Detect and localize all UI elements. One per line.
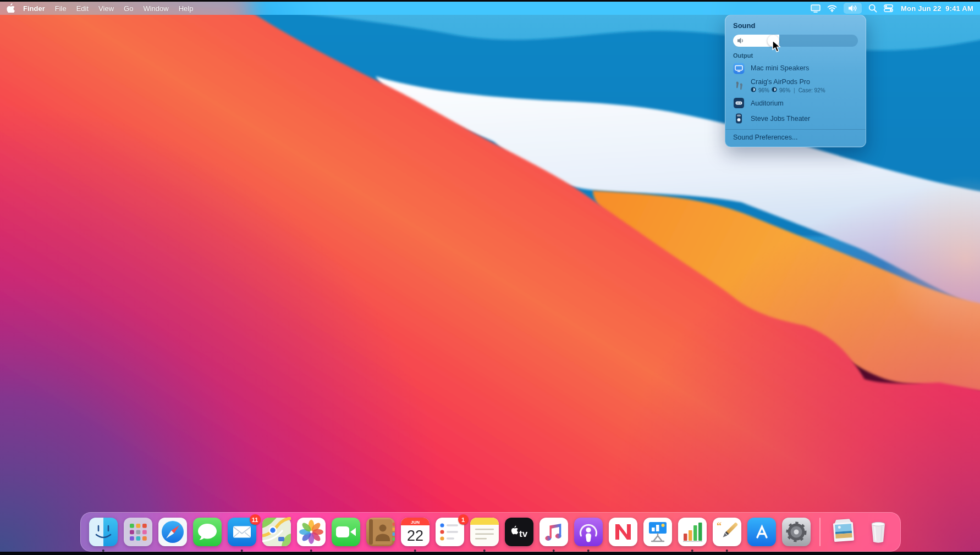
- menu-window[interactable]: Window: [138, 4, 173, 13]
- svg-text:22: 22: [406, 528, 423, 544]
- letterbox-bottom: [0, 552, 980, 555]
- menu-go[interactable]: Go: [119, 4, 138, 13]
- dock-item-photostack[interactable]: [829, 517, 858, 547]
- control-center-icon[interactable]: [884, 4, 893, 12]
- volume-slider[interactable]: [733, 35, 858, 47]
- dock-item-music[interactable]: [539, 517, 569, 547]
- dock-item-podcasts[interactable]: [574, 517, 603, 547]
- dock-item-reminders[interactable]: 1: [435, 517, 465, 547]
- menu-bar-status-area: Mon Jun 22 9:41 AM: [811, 3, 973, 14]
- menu-help[interactable]: Help: [174, 4, 199, 13]
- dock-item-notes[interactable]: [470, 517, 499, 547]
- pages-icon: “: [712, 517, 742, 547]
- volume-icon[interactable]: [844, 3, 862, 14]
- launchpad-icon: [123, 517, 153, 547]
- notification-badge: 1: [458, 514, 469, 525]
- notes-icon: [470, 517, 499, 547]
- dock-item-sysprefs[interactable]: [781, 517, 811, 547]
- menu-finder[interactable]: Finder: [18, 4, 50, 13]
- dock-item-finder[interactable]: [89, 517, 118, 547]
- left-earbud-battery-icon: [751, 87, 756, 93]
- sound-panel-title: Sound: [733, 21, 858, 30]
- podcasts-icon: [574, 517, 603, 547]
- dock-item-photos[interactable]: [296, 517, 326, 547]
- output-device-steve-jobs-theater[interactable]: Steve Jobs Theater: [733, 113, 858, 124]
- keynote-icon: [643, 517, 673, 547]
- dock: 11JUN221tv“: [80, 512, 901, 552]
- messages-icon: [192, 517, 222, 547]
- apple-menu[interactable]: [7, 3, 15, 14]
- airpods-icon: [733, 80, 745, 92]
- display-icon[interactable]: [811, 4, 821, 13]
- svg-text:“: “: [717, 520, 722, 531]
- facetime-icon: [331, 517, 361, 547]
- trash-icon: [863, 517, 893, 547]
- dock-item-news[interactable]: [608, 517, 638, 547]
- apple-logo-icon: [7, 3, 15, 14]
- output-device-craig-s-airpods-pro[interactable]: Craig's AirPods Pro 96% 96% |Case: 92%: [733, 78, 858, 93]
- mac-mini-speakers-icon: [733, 63, 745, 74]
- homepod-icon: [733, 113, 745, 124]
- device-name: Steve Jobs Theater: [751, 115, 810, 123]
- dock-item-trash[interactable]: [863, 517, 893, 547]
- airpods-battery-status: 96% 96% |Case: 92%: [751, 87, 825, 93]
- dock-item-messages[interactable]: [192, 517, 222, 547]
- menu-bar: FinderFileEditViewGoWindowHelp Mon Jun 2…: [0, 2, 980, 15]
- photos-icon: [296, 517, 326, 547]
- svg-text:tv: tv: [519, 529, 528, 539]
- dock-separator: [819, 518, 821, 546]
- photostack-icon: [829, 517, 858, 547]
- dock-item-keynote[interactable]: [643, 517, 673, 547]
- music-icon: [539, 517, 569, 547]
- search-icon[interactable]: [868, 4, 877, 13]
- app-menus: FinderFileEditViewGoWindowHelp: [18, 4, 198, 13]
- dock-item-maps[interactable]: [262, 517, 291, 547]
- wifi-icon[interactable]: [827, 4, 837, 12]
- apple-tv-icon: [733, 97, 745, 109]
- output-device-auditorium[interactable]: Auditorium: [733, 97, 858, 109]
- output-device-mac-mini-speakers[interactable]: Mac mini Speakers: [733, 63, 858, 74]
- dock-item-mail[interactable]: 11: [227, 517, 257, 547]
- safari-icon: [158, 517, 188, 547]
- device-name: Mac mini Speakers: [751, 64, 809, 72]
- mouse-cursor: [772, 40, 783, 56]
- panel-divider: [725, 129, 866, 130]
- dock-item-contacts[interactable]: [366, 517, 395, 547]
- news-icon: [608, 517, 638, 547]
- dock-item-pages[interactable]: “: [712, 517, 742, 547]
- speaker-icon: [737, 37, 745, 47]
- dock-item-launchpad[interactable]: [123, 517, 153, 547]
- letterbox-top: [0, 0, 980, 2]
- menu-edit[interactable]: Edit: [71, 4, 93, 13]
- output-device-list: Mac mini Speakers Craig's AirPods Pro 96…: [733, 63, 858, 124]
- dock-item-numbers[interactable]: [678, 517, 707, 547]
- maps-icon: [262, 517, 291, 547]
- sound-preferences-link[interactable]: Sound Preferences...: [733, 134, 858, 141]
- sound-control-panel: Sound Output Mac mini Speakers Craig's A…: [725, 15, 866, 147]
- notification-badge: 11: [250, 514, 261, 525]
- appstore-icon: [747, 517, 777, 547]
- appletv-icon: tv: [504, 517, 534, 547]
- svg-text:JUN: JUN: [410, 520, 419, 525]
- numbers-icon: [678, 517, 707, 547]
- dock-item-appstore[interactable]: [747, 517, 777, 547]
- right-earbud-battery-icon: [772, 87, 777, 93]
- calendar-icon: JUN22: [400, 517, 430, 547]
- menu-view[interactable]: View: [93, 4, 119, 13]
- menu-bar-clock[interactable]: Mon Jun 22 9:41 AM: [901, 4, 973, 13]
- menu-file[interactable]: File: [50, 4, 71, 13]
- finder-icon: [89, 517, 118, 547]
- dock-item-facetime[interactable]: [331, 517, 361, 547]
- sysprefs-icon: [781, 517, 811, 547]
- dock-item-safari[interactable]: [158, 517, 188, 547]
- dock-item-appletv[interactable]: tv: [504, 517, 534, 547]
- device-name: Craig's AirPods Pro: [751, 78, 825, 86]
- device-name: Auditorium: [751, 99, 784, 107]
- dock-item-calendar[interactable]: JUN22: [400, 517, 430, 547]
- output-section-label: Output: [733, 52, 858, 59]
- contacts-icon: [366, 517, 395, 547]
